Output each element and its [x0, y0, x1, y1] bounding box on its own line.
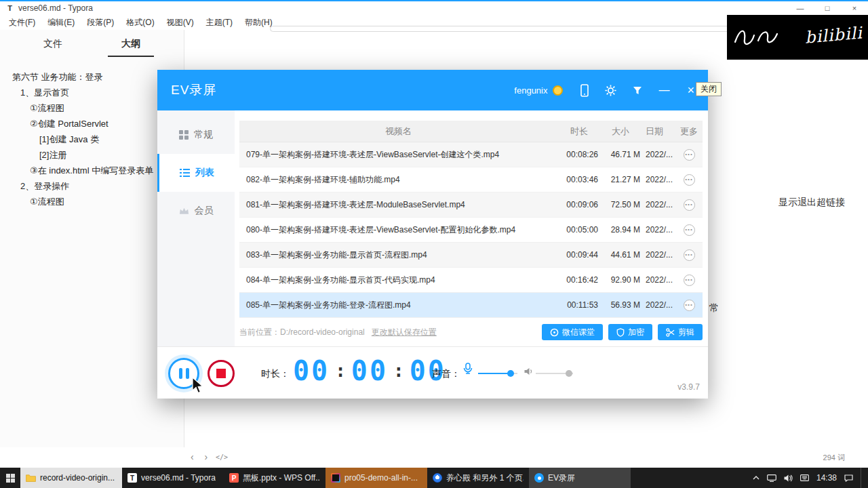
folder-icon: [26, 474, 36, 482]
nav-label: 列表: [195, 167, 214, 179]
taskbar-item-idea[interactable]: pro05-demo-all-in-...: [326, 468, 427, 488]
microphone-icon[interactable]: [462, 363, 473, 378]
outline-item[interactable]: [1]创建 Java 类: [0, 131, 184, 147]
clip-button[interactable]: 剪辑: [658, 324, 703, 340]
speaker-volume-slider[interactable]: [536, 373, 573, 374]
save-location-bar: 当前位置： D:/record-video-original 更改默认保存位置 …: [239, 318, 703, 346]
table-row[interactable]: 084-单一架构案例-业务功能-显示首页-代码实现.mp4 00:16:42 9…: [239, 268, 703, 293]
row-more-button[interactable]: [684, 199, 695, 211]
menu-paragraph[interactable]: 段落(P): [81, 17, 120, 28]
taskbar-item-explorer[interactable]: record-video-origin...: [20, 468, 122, 488]
video-date: 2022/...: [640, 150, 675, 159]
maximize-icon[interactable]: □: [814, 1, 841, 15]
row-more-button[interactable]: [684, 149, 695, 161]
video-size: 28.94 M: [601, 225, 640, 235]
sidebar-tabs: 文件 大纲: [0, 30, 184, 60]
ev-titlebar[interactable]: EV录屏 fengunix — ×: [157, 70, 708, 110]
minimize-icon[interactable]: —: [787, 1, 814, 15]
taskbar-item-wps[interactable]: P 黑板.pptx - WPS Off...: [224, 468, 326, 488]
clock[interactable]: 14:38: [816, 473, 837, 483]
display-icon[interactable]: [767, 474, 776, 482]
outline-item[interactable]: 2、登录操作: [0, 178, 184, 194]
stop-button[interactable]: [208, 360, 235, 387]
table-row[interactable]: 079-单一架构案例-搭建环境-表述层-ViewBaseServlet-创建这个…: [239, 142, 703, 167]
col-name-header[interactable]: 视频名: [239, 125, 557, 138]
row-more-button[interactable]: [684, 174, 695, 186]
col-date-header[interactable]: 日期: [640, 125, 675, 138]
video-name: 080-单一架构案例-搭建环境-表述层-ViewBaseServlet-配置初始…: [239, 224, 557, 236]
typora-window-title: verse06.md - Typora: [18, 3, 93, 13]
video-size: 92.90 M: [601, 275, 640, 285]
video-duration: 00:08:26: [557, 150, 601, 159]
taskbar-item-ev[interactable]: EV录屏: [529, 468, 631, 488]
video-date: 2022/...: [640, 175, 675, 184]
menu-file[interactable]: 文件(F): [3, 17, 41, 28]
video-duration: 00:05:00: [557, 225, 601, 235]
word-count: 294 词: [823, 453, 845, 463]
chevron-up-icon[interactable]: [753, 476, 760, 480]
outline-item[interactable]: ①流程图: [0, 100, 184, 116]
row-more-button[interactable]: [684, 300, 695, 311]
coin-avatar-icon[interactable]: [553, 85, 563, 96]
col-size-header[interactable]: 大小: [601, 125, 640, 138]
video-watermark: bilibili: [727, 15, 868, 60]
table-row[interactable]: 081-单一架构案例-搭建环境-表述层-ModuleBaseServlet.mp…: [239, 192, 703, 218]
nav-item-list[interactable]: 列表: [157, 154, 235, 192]
table-row[interactable]: 082-单一架构案例-搭建环境-辅助功能.mp4 00:03:46 21.27 …: [239, 167, 703, 192]
show-desktop-button[interactable]: [861, 468, 864, 488]
menu-format[interactable]: 格式(O): [120, 17, 160, 28]
video-name: 084-单一架构案例-业务功能-显示首页-代码实现.mp4: [239, 274, 557, 286]
username-label[interactable]: fengunix: [514, 85, 547, 96]
filter-menu-icon[interactable]: [633, 86, 642, 95]
outline-item[interactable]: [2]注册: [0, 147, 184, 163]
outline-item[interactable]: 1、显示首页: [0, 85, 184, 100]
taskbar-item-browser[interactable]: 养心殿 和另外 1 个页...: [427, 468, 529, 488]
table-row[interactable]: 080-单一架构案例-搭建环境-表述层-ViewBaseServlet-配置初始…: [239, 218, 703, 243]
speaker-slider-knob[interactable]: [566, 370, 572, 377]
outline-item[interactable]: 第六节 业务功能：登录: [0, 69, 184, 85]
row-more-button[interactable]: [684, 224, 695, 236]
ev-minimize-icon[interactable]: —: [658, 85, 669, 96]
screen: T verse06.md - Typora — □ × 文件(F) 编辑(E) …: [0, 0, 868, 488]
timer-minutes: 00: [351, 355, 388, 386]
ev-close-icon[interactable]: ×: [687, 84, 694, 96]
menu-view[interactable]: 视图(V): [161, 17, 200, 28]
table-row-selected[interactable]: 085-单一架构案例-业务功能-登录-流程图.mp4 00:11:53 56.9…: [239, 293, 703, 318]
outline-item[interactable]: ③在 index.html 中编写登录表单: [0, 163, 184, 178]
nav-item-member[interactable]: 会员: [157, 192, 235, 230]
video-size: 46.71 M: [601, 150, 640, 159]
menu-theme[interactable]: 主题(T): [200, 17, 239, 28]
source-code-mode-icon[interactable]: </>: [216, 453, 228, 461]
keyboard-ime-icon[interactable]: [800, 474, 809, 481]
start-button[interactable]: [0, 468, 20, 488]
row-more-button[interactable]: [684, 274, 695, 286]
tab-outline[interactable]: 大纲: [105, 38, 157, 50]
system-tray: 14:38: [753, 468, 868, 488]
speaker-icon[interactable]: [524, 366, 533, 378]
nav-item-general[interactable]: 常规: [157, 116, 235, 154]
wechat-class-button[interactable]: 微信课堂: [542, 324, 603, 340]
action-buttons: 微信课堂 加密 剪辑: [542, 324, 703, 340]
mobile-phone-icon[interactable]: [580, 84, 589, 97]
close-icon[interactable]: ×: [841, 1, 868, 15]
menu-edit[interactable]: 编辑(E): [41, 17, 81, 28]
outline-item[interactable]: ①流程图: [0, 194, 184, 209]
col-more-header[interactable]: 更多: [675, 125, 703, 138]
action-center-icon[interactable]: [844, 474, 853, 482]
watermark-text: bilibili: [804, 23, 863, 47]
taskbar-item-label: 黑板.pptx - WPS Off...: [243, 472, 320, 484]
table-row[interactable]: 083-单一架构案例-业务功能-显示首页-流程图.mp4 00:09:44 44…: [239, 243, 703, 268]
tab-files[interactable]: 文件: [27, 38, 79, 50]
settings-gear-icon[interactable]: [605, 85, 616, 96]
history-nav-icons[interactable]: ‹ ›: [191, 451, 212, 462]
outline-list: 第六节 业务功能：登录 1、显示首页 ①流程图 ②创建 PortalServle…: [0, 69, 184, 209]
mic-slider-knob[interactable]: [507, 370, 514, 377]
outline-item[interactable]: ②创建 PortalServlet: [0, 116, 184, 131]
encrypt-button[interactable]: 加密: [608, 324, 652, 340]
taskbar-item-typora[interactable]: T verse06.md - Typora: [122, 468, 224, 488]
mic-volume-slider[interactable]: [478, 373, 517, 374]
volume-icon[interactable]: [784, 474, 793, 482]
col-duration-header[interactable]: 时长: [557, 125, 601, 138]
change-location-link[interactable]: 更改默认保存位置: [372, 327, 437, 338]
row-more-button[interactable]: [684, 249, 695, 261]
